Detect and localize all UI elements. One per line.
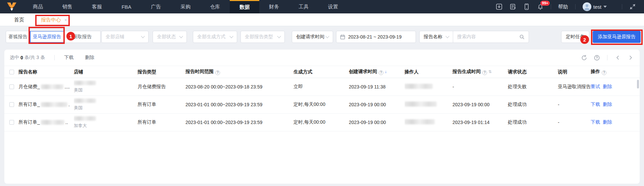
note: - bbox=[558, 96, 591, 114]
tab-report-center[interactable]: 报告中心 × bbox=[37, 13, 71, 26]
row-checkbox[interactable] bbox=[9, 84, 14, 89]
chevron-down-icon bbox=[325, 34, 329, 38]
tab-amazon-original-reports[interactable]: 亚马逊原报告 bbox=[30, 31, 64, 43]
report-type-filter-select[interactable]: 全部报告类型 bbox=[240, 31, 285, 43]
add-amazon-report-button[interactable]: 添加亚马逊原报告 bbox=[593, 31, 641, 43]
main-menu: 商品 销售 客服 FBA 广告 采购 仓库 数据 财务 工具 设置 bbox=[0, 0, 348, 13]
menu-item-ads[interactable]: 广告 bbox=[141, 0, 171, 13]
chevron-down-icon bbox=[141, 34, 145, 38]
vertical-scrollbar-thumb[interactable] bbox=[637, 80, 639, 88]
time-field-select[interactable]: 创建请求时间 bbox=[292, 31, 333, 43]
search-icon[interactable] bbox=[519, 34, 525, 40]
table-row: 月仓储费_.... 美国 月仓储费报告 2023-08-20 00:00~202… bbox=[4, 78, 640, 96]
col-request-time[interactable]: 创建请求时间?↓ bbox=[349, 66, 405, 78]
report-type: 所有订单 bbox=[138, 114, 185, 131]
menu-item-sales[interactable]: 销售 bbox=[53, 0, 82, 13]
row-checkbox[interactable] bbox=[9, 102, 14, 107]
col-actions: 操作? bbox=[591, 66, 640, 78]
menu-item-settings[interactable]: 设置 bbox=[318, 0, 348, 13]
redacted-text bbox=[41, 120, 64, 125]
select-all-checkbox[interactable] bbox=[9, 70, 14, 74]
retry-link[interactable]: 重试 bbox=[591, 84, 600, 89]
close-icon[interactable]: × bbox=[64, 17, 67, 22]
download-selected-button[interactable]: 下载 bbox=[64, 55, 73, 61]
menu-item-fba[interactable]: FBA bbox=[112, 0, 141, 13]
redacted-text bbox=[74, 81, 96, 85]
col-generated-time[interactable]: 报告生成时间?⇅ bbox=[452, 66, 508, 78]
user-avatar bbox=[583, 2, 591, 11]
delete-link[interactable]: 删除 bbox=[603, 119, 612, 125]
report-type: 月仓储费报告 bbox=[138, 78, 185, 96]
search-field-select[interactable]: 报告名称 bbox=[420, 31, 453, 43]
annotation-step-2-badge: 2 bbox=[580, 35, 589, 44]
menu-item-warehouse[interactable]: 仓库 bbox=[200, 0, 230, 13]
download-center-icon[interactable] bbox=[496, 3, 502, 10]
shop-filter-value: 全部店铺 bbox=[106, 34, 124, 40]
table-header-row: 报告名称 店铺 报告类型 报告时间范围? 生成方式 创建请求时间?↓ 操作人 报… bbox=[4, 66, 640, 78]
help-circle-icon[interactable]: ? bbox=[602, 70, 606, 75]
search-placeholder: 搜索内容 bbox=[457, 34, 476, 40]
brand-fox-logo bbox=[7, 2, 17, 12]
time-range: 2023-08-20 00:00~2023-09-18 23:59 bbox=[185, 78, 293, 96]
status: 处理成功 bbox=[508, 114, 558, 131]
divider bbox=[622, 4, 622, 9]
time-range: 2023-01-01 00:00~2023-09-19 23:59 bbox=[185, 114, 293, 131]
date-range-value: 2023-08-21 ~ 2023-09-19 bbox=[348, 34, 401, 40]
username-label: test bbox=[593, 4, 601, 10]
shop-filter-select[interactable]: 全部店铺 bbox=[101, 31, 149, 43]
col-note: 说明 bbox=[558, 66, 591, 78]
report-name: 所有订单_.. bbox=[18, 119, 70, 125]
col-time-range: 报告时间范围? bbox=[185, 66, 293, 78]
delete-link[interactable]: 删除 bbox=[603, 102, 612, 107]
page-next-icon[interactable] bbox=[627, 54, 634, 61]
feedback-note-icon[interactable] bbox=[509, 3, 516, 10]
row-checkbox[interactable] bbox=[9, 120, 14, 125]
tab-sellfox-reports[interactable]: 赛狐报告 bbox=[6, 31, 30, 43]
date-range-picker[interactable]: 2023-08-21 ~ 2023-09-19 bbox=[336, 31, 416, 43]
status-filter-select[interactable]: 全部状态 bbox=[153, 31, 187, 43]
note: - bbox=[558, 114, 591, 131]
sort-icon[interactable]: ⇅ bbox=[488, 69, 492, 74]
refresh-icon[interactable] bbox=[580, 54, 588, 61]
help-circle-icon[interactable] bbox=[593, 54, 600, 61]
download-link[interactable]: 下载 bbox=[591, 102, 600, 107]
fullscreen-expand-icon[interactable] bbox=[629, 3, 636, 10]
shop-country: 美国 bbox=[74, 87, 133, 93]
mobile-app-icon[interactable] bbox=[523, 3, 530, 10]
generated-time: 2023-09-19 00:00 bbox=[452, 96, 508, 114]
chevron-down-icon bbox=[277, 34, 281, 38]
help-circle-icon[interactable]: ? bbox=[215, 70, 220, 75]
page-prev-icon[interactable] bbox=[614, 54, 622, 61]
search-input[interactable]: 搜索内容 bbox=[453, 34, 529, 40]
help-circle-icon[interactable]: ? bbox=[482, 70, 487, 75]
top-navbar: 商品 销售 客服 FBA 广告 采购 仓库 数据 财务 工具 设置 99+ 帮助 bbox=[0, 0, 644, 13]
redacted-operator bbox=[405, 102, 437, 107]
report-source-segmented: 赛狐报告 亚马逊原报告 获取报告 bbox=[6, 31, 101, 43]
menu-item-finance[interactable]: 财务 bbox=[259, 0, 289, 13]
menu-item-data[interactable]: 数据 bbox=[230, 0, 259, 13]
gen-method: 定时,每天00:00 bbox=[293, 114, 349, 131]
navbar-right: 99+ 帮助 test bbox=[496, 0, 644, 13]
download-link[interactable]: 下载 bbox=[591, 119, 600, 125]
menu-item-service[interactable]: 客服 bbox=[82, 0, 112, 13]
menu-item-products[interactable]: 商品 bbox=[23, 0, 53, 13]
chevron-down-icon bbox=[603, 6, 607, 8]
request-time: 2023-09-19 00:00 bbox=[349, 96, 405, 114]
delete-link[interactable]: 删除 bbox=[603, 84, 612, 89]
menu-item-purchase[interactable]: 采购 bbox=[171, 0, 200, 13]
redacted-text bbox=[74, 99, 96, 103]
notifications-bell-icon[interactable]: 99+ bbox=[537, 3, 544, 10]
shop-cell: 加拿大 bbox=[74, 114, 138, 131]
help-link[interactable]: 帮助 bbox=[558, 4, 568, 10]
menu-item-tools[interactable]: 工具 bbox=[289, 0, 318, 13]
calendar-icon bbox=[340, 35, 345, 40]
status: 处理失败 bbox=[508, 78, 558, 96]
gen-method-filter-select[interactable]: 全部生成方式 bbox=[193, 31, 237, 43]
tab-home[interactable]: 首页 bbox=[14, 13, 24, 26]
help-circle-icon[interactable]: ? bbox=[379, 70, 383, 75]
sort-desc-icon[interactable]: ↓ bbox=[385, 69, 387, 74]
annotation-step-1-badge: 1 bbox=[66, 32, 75, 41]
user-menu[interactable]: test bbox=[583, 2, 607, 11]
divider bbox=[54, 55, 55, 60]
delete-selected-button[interactable]: 删除 bbox=[85, 55, 94, 61]
